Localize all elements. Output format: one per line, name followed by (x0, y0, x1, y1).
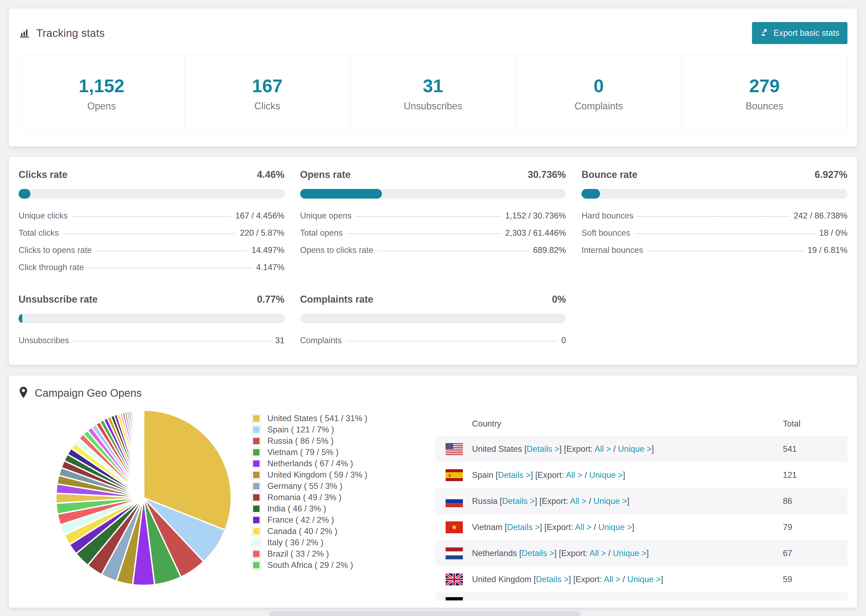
page-title: Tracking stats (36, 27, 105, 39)
dotted-leader (72, 216, 231, 217)
geo-table-country-cell: Netherlands [Details >] [Export: All > /… (472, 548, 783, 558)
details-link[interactable]: Details > (536, 575, 568, 584)
legend-swatch (252, 538, 261, 547)
rate-header: Unsubscribe rate0.77% (19, 294, 285, 305)
rate-rows: Unique opens1,152 / 30.736%Total opens2,… (300, 207, 566, 259)
legend-item[interactable]: France ( 42 / 2% ) (252, 514, 367, 526)
rate-header: Clicks rate4.46% (19, 169, 285, 180)
geo-table-total-cell: 86 (783, 497, 847, 506)
geo-table-row: Netherlands [Details >] [Export: All > /… (435, 540, 847, 566)
legend-item[interactable]: Vietnam ( 79 / 5% ) (252, 447, 367, 458)
legend-item[interactable]: United States ( 541 / 31% ) (252, 413, 367, 424)
rate-row: Total clicks220 / 5.87% (19, 225, 285, 242)
legend-swatch (252, 504, 261, 513)
rate-row-label: Hard bounces (581, 211, 633, 221)
rates-row-2: Unsubscribe rate0.77%Unsubscribes31Compl… (19, 294, 847, 349)
details-link[interactable]: Details > (498, 470, 531, 480)
legend-item[interactable]: South Africa ( 29 / 2% ) (252, 559, 367, 571)
summary-stat-label: Clicks (254, 101, 280, 112)
summary-stat-value: 167 (252, 75, 282, 96)
summary-stats-strip: 1,152Opens167Clicks31Unsubscribes0Compla… (19, 56, 847, 131)
dotted-leader (648, 250, 803, 251)
geo-table-country-cell: Spain [Details >] [Export: All > / Uniqu… (472, 470, 783, 480)
export-all-link[interactable]: All > (566, 470, 582, 480)
summary-stat-label: Bounces (746, 101, 783, 112)
details-link[interactable]: Details > (502, 497, 535, 506)
legend-label: Brazil ( 33 / 2% ) (267, 549, 329, 559)
export-all-link[interactable]: All > (570, 497, 586, 506)
export-all-link[interactable]: All > (604, 575, 620, 584)
details-link[interactable]: Details > (521, 548, 554, 558)
export-unique-link[interactable]: Unique > (598, 522, 632, 532)
summary-stat-box: 167Clicks (184, 56, 350, 131)
legend-item[interactable]: Canada ( 40 / 2% ) (252, 526, 367, 537)
legend-item[interactable]: India ( 46 / 3% ) (252, 503, 367, 514)
rate-row: Click through rate4.147% (19, 259, 285, 276)
geo-table-country-cell: Russia [Details >] [Export: All > / Uniq… (472, 497, 783, 506)
legend-swatch (252, 515, 261, 525)
export-unique-link[interactable]: Unique > (618, 444, 652, 454)
rate-rows: Complaints0 (300, 332, 566, 349)
geo-pie-chart[interactable] (55, 409, 232, 586)
dotted-leader (346, 341, 557, 342)
rate-rows: Unique clicks167 / 4.456%Total clicks220… (19, 207, 285, 276)
geo-table-country-cell: United States [Details >] [Export: All >… (472, 444, 783, 454)
rate-row: Soft bounces18 / 0% (581, 225, 847, 242)
legend-item[interactable]: United Kingdom ( 59 / 3% ) (252, 469, 367, 481)
export-all-link[interactable]: All > (575, 522, 591, 532)
rate-row-label: Unique opens (300, 211, 351, 221)
rate-row-label: Unique clicks (19, 211, 68, 221)
rate-row-value: 4.147% (256, 262, 285, 272)
rate-title: Complaints rate (300, 294, 373, 305)
horizontal-scrollbar-thumb[interactable] (269, 611, 581, 616)
dotted-leader (378, 250, 529, 251)
legend-swatch (252, 425, 261, 434)
flag-ru (446, 495, 463, 507)
rate-title: Bounce rate (581, 169, 638, 180)
rate-progress-bar (300, 189, 566, 199)
flag-de (446, 597, 463, 600)
geo-table-row: Russia [Details >] [Export: All > / Uniq… (435, 488, 847, 514)
rate-row: Clicks to opens rate14.497% (19, 242, 285, 259)
export-all-link[interactable]: All > (595, 444, 611, 454)
legend-item[interactable]: Russia ( 86 / 5% ) (252, 435, 367, 447)
flag-nl (446, 547, 463, 559)
rate-row-label: Opens to clicks rate (300, 245, 373, 255)
rate-row-value: 242 / 86.738% (794, 211, 847, 221)
rate-row: Unique opens1,152 / 30.736% (300, 207, 566, 225)
legend-item[interactable]: Spain ( 121 / 7% ) (252, 424, 367, 435)
export-unique-link[interactable]: Unique > (589, 470, 623, 480)
legend-item[interactable]: Netherlands ( 67 / 4% ) (252, 458, 367, 469)
flag-gb (446, 574, 463, 585)
legend-item[interactable]: Brazil ( 33 / 2% ) (252, 548, 367, 559)
dotted-leader (635, 233, 815, 234)
summary-stat-box: 31Unsubscribes (350, 56, 516, 131)
rate-row-label: Internal bounces (581, 245, 643, 255)
summary-stat-box: 1,152Opens (19, 56, 184, 131)
details-link[interactable]: Details > (527, 444, 559, 454)
flag-vn (446, 522, 463, 533)
rate-row-label: Unsubscribes (19, 336, 69, 345)
export-unique-link[interactable]: Unique > (613, 548, 647, 558)
rate-progress-fill (300, 189, 382, 199)
legend-item[interactable]: Italy ( 36 / 2% ) (252, 537, 367, 548)
geo-table-header-row: CountryTotal (435, 412, 847, 436)
export-all-link[interactable]: All > (589, 548, 606, 558)
export-unique-link[interactable]: Unique > (593, 497, 627, 506)
rate-rows: Unsubscribes31 (19, 332, 285, 349)
rate-column: Bounce rate6.927%Hard bounces242 / 86.73… (581, 169, 847, 276)
rate-row: Hard bounces242 / 86.738% (581, 207, 847, 225)
tracking-stats-card: Tracking stats Export basic stats 1,152O… (9, 8, 857, 147)
details-link[interactable]: Details > (507, 522, 540, 532)
rate-row-value: 167 / 4.456% (235, 211, 285, 221)
rate-header: Complaints rate0% (300, 294, 566, 305)
export-unique-link[interactable]: Unique > (627, 575, 661, 584)
geo-table-row-partial (435, 592, 847, 600)
export-basic-stats-button[interactable]: Export basic stats (752, 22, 847, 44)
legend-item[interactable]: Germany ( 55 / 3% ) (252, 481, 367, 492)
legend-item[interactable]: Romania ( 49 / 3% ) (252, 492, 367, 503)
legend-label: Canada ( 40 / 2% ) (267, 526, 337, 536)
rate-header: Opens rate30.736% (300, 169, 566, 180)
summary-stat-value: 0 (594, 75, 604, 96)
geo-table-row: United Kingdom [Details >] [Export: All … (435, 566, 847, 592)
